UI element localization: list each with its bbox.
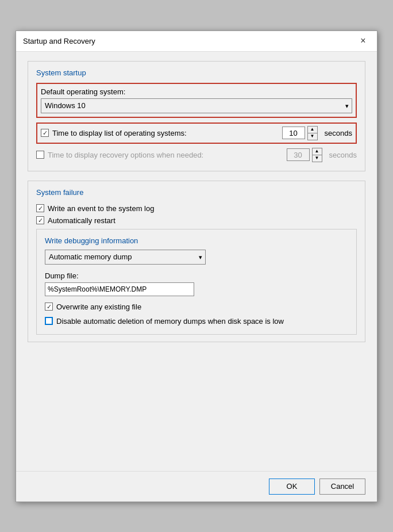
auto-restart-checkbox[interactable]: ✓ bbox=[36, 216, 44, 224]
system-startup-section: System startup Default operating system:… bbox=[28, 61, 365, 171]
time-recovery-spinbox: ▲ ▼ bbox=[287, 148, 322, 162]
default-os-wrapper: Default operating system: Windows 10 bbox=[36, 83, 357, 118]
title-bar: Startup and Recovery × bbox=[16, 31, 377, 52]
time-display-spin-up[interactable]: ▲ bbox=[308, 127, 317, 133]
time-display-spin-down[interactable]: ▼ bbox=[308, 133, 317, 140]
time-display-list-row: ✓ Time to display list of operating syst… bbox=[36, 123, 357, 144]
default-os-select[interactable]: Windows 10 bbox=[41, 98, 352, 113]
default-os-label: Default operating system: bbox=[41, 87, 352, 96]
dialog-title: Startup and Recovery bbox=[23, 37, 95, 45]
write-event-row: ✓ Write an event to the system log bbox=[36, 202, 357, 215]
write-event-label: Write an event to the system log bbox=[48, 204, 357, 213]
system-failure-title: System failure bbox=[36, 188, 357, 197]
overwrite-checkbox[interactable]: ✓ bbox=[45, 303, 53, 311]
disable-auto-delete-checkbox[interactable] bbox=[45, 317, 53, 325]
debug-info-select[interactable]: Automatic memory dumpComplete memory dum… bbox=[45, 250, 206, 265]
auto-restart-label: Automatically restart bbox=[48, 216, 357, 225]
system-startup-title: System startup bbox=[36, 68, 357, 77]
time-recovery-spin-buttons: ▲ ▼ bbox=[312, 148, 322, 162]
debug-info-section: Write debugging information Automatic me… bbox=[36, 229, 357, 335]
write-event-checkbox[interactable]: ✓ bbox=[36, 204, 44, 212]
time-display-unit: seconds bbox=[325, 129, 352, 137]
overwrite-row: ✓ Overwrite any existing file bbox=[45, 301, 348, 313]
time-display-spinbox: ▲ ▼ bbox=[282, 126, 318, 140]
startup-and-recovery-dialog: Startup and Recovery × System startup De… bbox=[16, 30, 377, 502]
time-display-list-label: Time to display list of operating system… bbox=[52, 129, 279, 137]
time-recovery-checkbox[interactable] bbox=[36, 151, 44, 159]
debug-info-dropdown-container[interactable]: Automatic memory dumpComplete memory dum… bbox=[45, 250, 206, 265]
debug-info-title: Write debugging information bbox=[45, 236, 348, 245]
system-failure-section: System failure ✓ Write an event to the s… bbox=[28, 181, 365, 342]
time-display-value[interactable] bbox=[282, 127, 305, 139]
cancel-button[interactable]: Cancel bbox=[319, 479, 365, 495]
default-os-dropdown-container[interactable]: Windows 10 bbox=[41, 98, 352, 113]
time-display-spin-buttons: ▲ ▼ bbox=[307, 126, 318, 140]
dump-file-label: Dump file: bbox=[45, 271, 348, 280]
close-button[interactable]: × bbox=[356, 34, 370, 48]
dialog-body: System startup Default operating system:… bbox=[16, 52, 377, 471]
dump-file-input[interactable] bbox=[45, 282, 194, 296]
overwrite-label: Overwrite any existing file bbox=[56, 303, 348, 311]
ok-button[interactable]: OK bbox=[269, 479, 315, 495]
disable-auto-delete-row: Disable automatic deletion of memory dum… bbox=[45, 315, 348, 327]
auto-restart-row: ✓ Automatically restart bbox=[36, 215, 357, 227]
time-recovery-unit: seconds bbox=[329, 151, 357, 159]
time-recovery-spin-down[interactable]: ▼ bbox=[313, 155, 322, 162]
dialog-footer: OK Cancel bbox=[16, 471, 377, 502]
time-recovery-label: Time to display recovery options when ne… bbox=[48, 151, 283, 159]
time-recovery-spin-up[interactable]: ▲ bbox=[313, 148, 322, 155]
disable-auto-delete-label: Disable automatic deletion of memory dum… bbox=[56, 317, 348, 326]
time-recovery-value[interactable] bbox=[287, 148, 310, 161]
time-display-list-checkbox[interactable]: ✓ bbox=[41, 129, 49, 137]
time-recovery-row: Time to display recovery options when ne… bbox=[36, 146, 357, 164]
